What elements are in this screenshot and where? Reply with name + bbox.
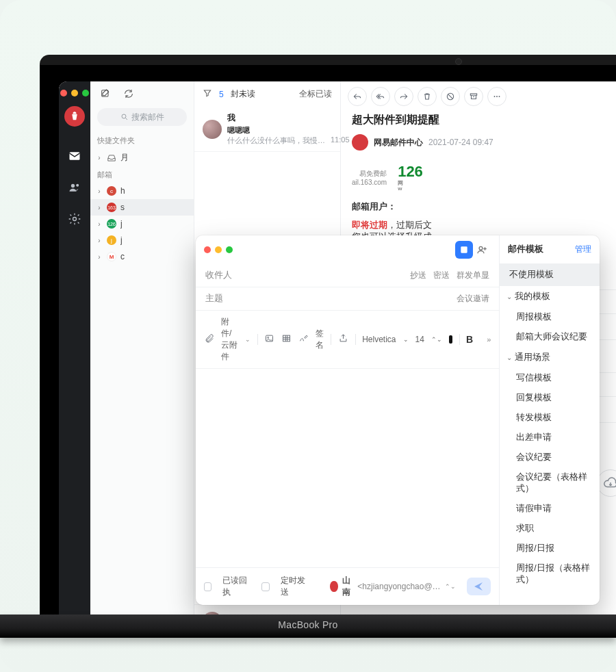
compose-traffic-lights[interactable] bbox=[204, 246, 233, 253]
svg-rect-7 bbox=[470, 94, 476, 95]
signature-icon[interactable] bbox=[298, 333, 309, 346]
logo-126: 126网w bbox=[398, 163, 423, 192]
template-panel: 邮件模板管理 不使用模板 ⌄我的模板 周报模板 邮箱大师会议纪要 ⌄通用场景 写… bbox=[499, 235, 600, 605]
nav-rail bbox=[59, 81, 90, 638]
add-contact-icon[interactable] bbox=[473, 241, 491, 259]
delete-icon[interactable] bbox=[418, 87, 437, 106]
manage-templates[interactable]: 管理 bbox=[575, 244, 591, 255]
reply-icon[interactable] bbox=[348, 87, 367, 106]
sidebar: 搜索邮件 快捷文件夹 › 月 邮箱 ›ch ›163s ›126j ›jj ›M… bbox=[90, 81, 194, 638]
svg-point-9 bbox=[496, 96, 498, 97]
laptop-label: MacBook Pro bbox=[0, 615, 616, 635]
signature-label[interactable]: 签名 bbox=[316, 328, 324, 351]
font-name[interactable]: Helvetica bbox=[362, 335, 396, 344]
svg-rect-0 bbox=[70, 152, 80, 160]
account-item-1[interactable]: ›163s bbox=[90, 199, 194, 216]
sent-time: 2021-07-24 09:47 bbox=[428, 138, 493, 147]
spam-icon[interactable] bbox=[441, 87, 460, 106]
template-tab-icon[interactable] bbox=[455, 241, 473, 259]
svg-point-5 bbox=[122, 114, 126, 118]
contacts-icon[interactable] bbox=[67, 180, 82, 195]
sender-name: 网易邮件中心 bbox=[374, 137, 423, 148]
search-placeholder: 搜索邮件 bbox=[131, 112, 164, 123]
template-item[interactable]: 出差申请 bbox=[500, 428, 600, 448]
svg-rect-12 bbox=[462, 248, 466, 248]
unread-label: 封未读 bbox=[231, 88, 255, 100]
compose-toolbar: 附件/云附件 ⌄ 签名 Helvetica ⌄ 14 ⌃⌄ bbox=[196, 311, 499, 369]
mail-subject: 超大附件到期提醒 bbox=[341, 112, 616, 134]
template-group-my[interactable]: ⌄我的模板 bbox=[500, 286, 600, 307]
svg-point-15 bbox=[479, 246, 483, 250]
settings-icon[interactable] bbox=[67, 211, 82, 227]
share-icon[interactable] bbox=[338, 333, 348, 346]
image-icon[interactable] bbox=[264, 333, 274, 346]
overflow-icon[interactable]: » bbox=[487, 335, 491, 344]
svg-rect-14 bbox=[462, 251, 465, 252]
template-none[interactable]: 不使用模板 bbox=[500, 263, 600, 286]
template-item[interactable]: 邮箱大师会议纪要 bbox=[500, 327, 600, 347]
attach-label[interactable]: 附件/云附件 bbox=[221, 316, 238, 363]
svg-rect-18 bbox=[283, 335, 290, 341]
svg-point-10 bbox=[499, 96, 500, 97]
unread-count: 5 bbox=[219, 90, 224, 99]
quick-folder-item[interactable]: › 月 bbox=[90, 148, 194, 167]
template-item[interactable]: 周报/日报（表格样式） bbox=[500, 558, 600, 590]
account-item-2[interactable]: ›126j bbox=[90, 216, 194, 232]
chevron-down-icon[interactable]: ⌄ bbox=[245, 336, 251, 343]
refresh-icon[interactable] bbox=[123, 88, 134, 101]
svg-point-3 bbox=[73, 218, 77, 221]
to-field[interactable]: 收件人 抄送 密送 群发单显 bbox=[196, 264, 499, 287]
more-icon[interactable] bbox=[487, 87, 506, 106]
accounts-header: 邮箱 bbox=[90, 167, 194, 183]
scheduled-checkbox[interactable] bbox=[261, 582, 269, 591]
font-size[interactable]: 14 bbox=[415, 335, 424, 344]
svg-rect-13 bbox=[462, 249, 466, 250]
template-item[interactable]: 求职 bbox=[500, 519, 600, 539]
svg-point-8 bbox=[494, 96, 496, 97]
compose-icon[interactable] bbox=[100, 88, 111, 101]
template-item[interactable]: 会议纪要（表格样式） bbox=[500, 467, 600, 499]
account-item-0[interactable]: ›ch bbox=[90, 183, 194, 199]
svg-point-1 bbox=[71, 184, 75, 188]
account-avatar[interactable] bbox=[64, 106, 85, 127]
search-input[interactable]: 搜索邮件 bbox=[97, 108, 187, 126]
bold-button[interactable]: B bbox=[466, 334, 473, 345]
read-receipt-checkbox[interactable] bbox=[204, 582, 211, 591]
inbox-icon bbox=[107, 153, 116, 163]
compose-body[interactable] bbox=[196, 369, 499, 567]
account-item-4[interactable]: ›Mc bbox=[90, 248, 194, 265]
send-button[interactable] bbox=[467, 578, 491, 595]
account-item-3[interactable]: ›jj bbox=[90, 232, 194, 248]
mail-app-window: 搜索邮件 快捷文件夹 › 月 邮箱 ›ch ›163s ›126j ›jj ›M… bbox=[59, 81, 616, 638]
mark-all-read[interactable]: 全标已读 bbox=[299, 88, 332, 100]
attach-icon[interactable] bbox=[204, 333, 214, 346]
table-icon[interactable] bbox=[281, 333, 292, 346]
window-traffic-lights[interactable] bbox=[60, 86, 89, 106]
sender-avatar bbox=[352, 134, 368, 151]
template-item[interactable]: 回复模板 bbox=[500, 388, 600, 408]
from-account[interactable]: 山南 <hzjiangyongchao@… ⌃⌄ bbox=[330, 575, 455, 598]
quick-folders-header: 快捷文件夹 bbox=[90, 133, 194, 148]
archive-icon[interactable] bbox=[464, 87, 483, 106]
forward-icon[interactable] bbox=[394, 87, 413, 106]
cloud-download-icon[interactable] bbox=[597, 469, 616, 497]
subject-field[interactable]: 主题 会议邀请 bbox=[196, 287, 499, 311]
template-item[interactable]: 写信模板 bbox=[500, 368, 600, 388]
filter-icon[interactable] bbox=[203, 88, 212, 100]
color-swatch[interactable] bbox=[449, 335, 452, 344]
message-item[interactable]: 我 嗯嗯嗯 什么什么没什么事吗，我慢…11:05 bbox=[194, 107, 340, 152]
template-item[interactable]: 周报模板 bbox=[500, 307, 600, 327]
avatar bbox=[203, 120, 222, 139]
template-item[interactable]: 请假申请 bbox=[500, 499, 600, 519]
template-item[interactable]: 会议纪要 bbox=[500, 448, 600, 467]
compose-window: 收件人 抄送 密送 群发单显 主题 会议邀请 附件/云附件 ⌄ bbox=[196, 235, 600, 605]
template-item[interactable]: 周报/日报 bbox=[500, 539, 600, 558]
reply-all-icon[interactable] bbox=[371, 87, 390, 106]
reader-toolbar bbox=[341, 81, 616, 112]
mail-icon[interactable] bbox=[67, 148, 82, 164]
svg-point-17 bbox=[268, 337, 269, 338]
svg-point-2 bbox=[76, 184, 79, 187]
template-item[interactable]: 转发模板 bbox=[500, 408, 600, 428]
template-group-common[interactable]: ⌄通用场景 bbox=[500, 347, 600, 368]
